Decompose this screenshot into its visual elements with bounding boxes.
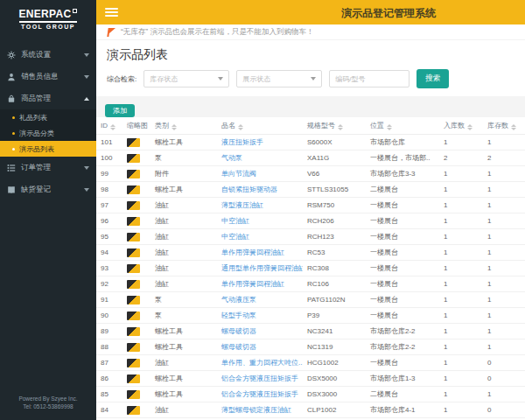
bullet-icon [12, 132, 15, 135]
stock-status-select[interactable]: 库存状态 [144, 70, 229, 88]
product-name-link[interactable]: 液压扭矩扳手 [221, 138, 263, 146]
sidebar-item-product-management[interactable]: 商品管理 [0, 88, 96, 109]
add-button[interactable]: 添加 [105, 104, 135, 117]
product-thumbnail [127, 233, 140, 242]
cell-category: 螺栓工具 [150, 340, 217, 355]
cell-thumbnail [122, 276, 150, 292]
product-thumbnail [127, 327, 140, 336]
sidebar-item-order-management[interactable]: 订单管理 [0, 157, 96, 178]
column-header-label: 库存数 [487, 122, 508, 130]
cell-name: 中空油缸 [217, 229, 303, 245]
cell-category: 油缸 [150, 245, 217, 261]
cell-stock-count: 0 [483, 355, 525, 371]
cell-model: RC308 [303, 261, 366, 276]
cell-in-count: 1 [439, 245, 483, 261]
sidebar-item-salesperson-info[interactable]: 销售员信息 [0, 66, 96, 88]
search-button[interactable]: 搜索 [416, 69, 449, 88]
sidebar-item-stockout-registration[interactable]: 缺货登记 [0, 178, 96, 200]
column-header-label: 位置 [370, 122, 384, 130]
product-name-link[interactable]: 单向节流阀 [221, 170, 256, 178]
product-name-link[interactable]: 轻型手动泵 [221, 312, 256, 319]
notice-bar: “无库存” 演示品也会展示在前端，只是不能加入到购物车！ [96, 24, 525, 40]
table-row: 91泵气动液压泵PATG1102N一楼展台11 [96, 292, 525, 308]
cell-thumbnail [122, 261, 150, 276]
table-row: 89螺栓工具螺母破切器NC3241市场部仓库2-211 [96, 324, 525, 340]
sidebar-item-system-settings[interactable]: 系统设置 [0, 44, 96, 66]
product-name-link[interactable]: 气动泵 [221, 154, 242, 162]
cell-name: 气动液压泵 [217, 292, 303, 308]
cell-location: 一楼展台 [366, 292, 439, 308]
cell-location: 市场部仓库4-1 [366, 402, 439, 418]
cell-thumbnail [122, 387, 150, 402]
product-name-link[interactable]: 铝合金方驱液压扭矩扳手 [221, 390, 298, 398]
product-thumbnail [127, 359, 140, 368]
cell-stock-count: 1 [483, 340, 525, 355]
chevron-up-icon [84, 97, 89, 101]
product-thumbnail [127, 201, 140, 210]
cell-model: PATG1102N [303, 292, 366, 308]
cell-model: NC1319 [303, 340, 366, 355]
product-name-link[interactable]: 中空油缸 [221, 217, 249, 225]
product-thumbnail [127, 248, 140, 257]
cell-category: 油缸 [150, 198, 217, 214]
filter-row: 综合检索: 库存状态 展示状态 搜索 [107, 69, 514, 88]
page-title: 演示品列表 [107, 47, 514, 63]
sort-icon[interactable] [387, 124, 392, 130]
logo-badge-icon [73, 9, 77, 13]
product-name-link[interactable]: 通用型单作用弹簧回程油缸 [221, 264, 303, 272]
cell-name: 单作用弹簧回程油缸 [217, 276, 303, 292]
column-header[interactable]: 规格型号 [303, 117, 366, 135]
cell-thumbnail [122, 355, 150, 371]
sidebar-item-gift-list[interactable]: 礼品列表 [0, 109, 96, 125]
product-name-link[interactable]: 薄型液压油缸 [221, 201, 263, 209]
cell-thumbnail [122, 292, 150, 308]
product-name-link[interactable]: 自锁紧扭矩驱动器 [221, 186, 277, 193]
table-row: 84油缸薄型螺母锁定液压油缸CLP1002市场部仓库4-110 [96, 402, 525, 418]
cell-model: RC53 [303, 245, 366, 261]
sidebar-item-label: 销售员信息 [21, 72, 79, 82]
sidebar-item-label: 商品管理 [21, 94, 79, 104]
product-name-link[interactable]: 中空油缸 [221, 233, 249, 241]
sort-icon[interactable] [467, 124, 472, 130]
product-thumbnail [127, 280, 140, 289]
sort-icon[interactable] [172, 124, 177, 130]
sidebar-item-demo-list[interactable]: 演示品列表 [0, 141, 96, 157]
product-name-link[interactable]: 单作用弹簧回程油缸 [221, 248, 284, 256]
table-row: 96油缸中空油缸RCH206一楼展台11 [96, 214, 525, 229]
book-icon [7, 186, 16, 194]
column-header[interactable]: ID [96, 117, 122, 135]
column-header[interactable]: 位置 [366, 117, 439, 135]
display-status-select[interactable]: 展示状态 [236, 70, 322, 88]
column-header-label: 入库数 [444, 122, 465, 130]
product-name-link[interactable]: 薄型螺母锁定液压油缸 [221, 406, 291, 414]
cell-in-count: 1 [439, 261, 483, 276]
cell-model: RCH123 [303, 229, 366, 245]
product-name-link[interactable]: 单作用弹簧回程油缸 [221, 280, 284, 288]
sort-icon[interactable] [110, 124, 116, 130]
cell-thumbnail [122, 150, 150, 166]
menu-toggle-button[interactable] [105, 6, 119, 18]
cell-in-count: 1 [439, 308, 483, 324]
column-header[interactable]: 库存数 [483, 117, 525, 135]
cell-thumbnail [122, 135, 150, 150]
product-thumbnail [127, 406, 140, 415]
product-name-link[interactable]: 螺母破切器 [221, 327, 256, 335]
sidebar-item-demo-category[interactable]: 演示品分类 [0, 125, 96, 141]
product-name-link[interactable]: 单作用、重力回程大吨位... [221, 359, 303, 367]
product-name-link[interactable]: 铝合金方驱液压扭矩扳手 [221, 374, 298, 382]
product-name-link[interactable]: 气动液压泵 [221, 296, 256, 304]
cell-stock-count: 1 [483, 261, 525, 276]
list-icon [7, 164, 16, 172]
sort-icon[interactable] [238, 124, 243, 130]
column-header[interactable]: 入库数 [439, 117, 483, 135]
product-name-link[interactable]: 螺母破切器 [221, 343, 256, 351]
column-header[interactable]: 品名 [217, 117, 303, 135]
sort-icon[interactable] [338, 124, 343, 130]
cell-in-count: 1 [439, 198, 483, 214]
sort-icon[interactable] [511, 124, 516, 130]
column-header-label: ID [101, 122, 108, 130]
cell-category: 油缸 [150, 276, 217, 292]
cell-location: 市场部仓库1-3 [366, 371, 439, 387]
column-header[interactable]: 类别 [150, 117, 217, 135]
keyword-input[interactable] [329, 70, 410, 88]
